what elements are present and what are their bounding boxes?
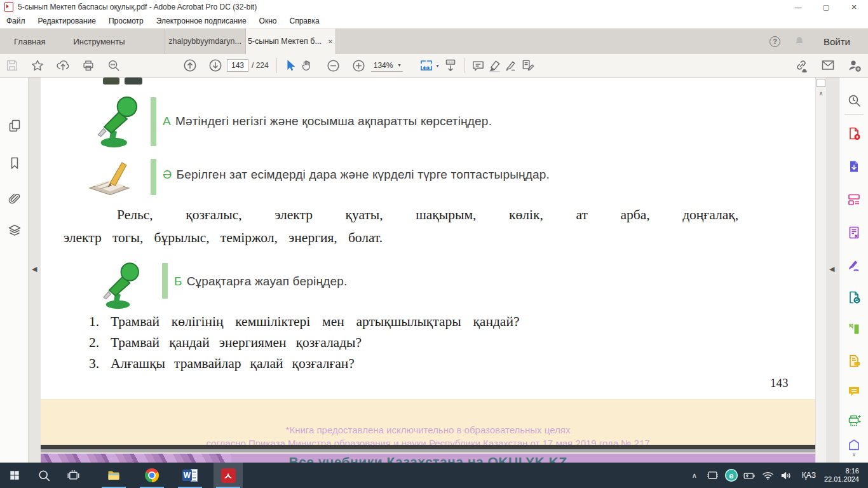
tab-document-active[interactable]: 5-сынып Мектеп б... ✕ (245, 29, 336, 54)
next-page-icon[interactable] (207, 57, 224, 74)
sign-pen-icon[interactable] (503, 57, 519, 74)
menu-file[interactable]: Файл (0, 14, 32, 28)
layers-icon[interactable] (7, 223, 22, 238)
fill-sign-icon[interactable] (519, 57, 536, 74)
page-number-input[interactable] (227, 59, 248, 72)
right-panel-collapse-icon[interactable]: ◀ (829, 266, 834, 273)
search-icon[interactable] (105, 57, 122, 74)
tray-volume-icon[interactable] (780, 469, 794, 482)
notifications-bell-icon[interactable] (793, 35, 806, 48)
taskbar-search-icon[interactable] (29, 463, 58, 488)
select-tool-icon[interactable] (282, 57, 299, 74)
question-2: 2.Трамвай қандай энергиямен қозғалады? (89, 335, 362, 351)
page-number: 143 (770, 376, 789, 390)
zoom-out-icon[interactable] (325, 57, 342, 74)
zoom-level-field[interactable]: 134% ▾ (371, 60, 403, 72)
more-tools-icon[interactable] (846, 437, 862, 452)
fill-sign-pen-icon[interactable] (846, 258, 862, 273)
menu-edit[interactable]: Редактирование (32, 14, 102, 28)
partial-icon-top-2 (125, 78, 142, 85)
help-icon[interactable]: ? (770, 36, 780, 47)
pdf-page: АМәтіндегі негізгі және қосымша ақпаратт… (41, 78, 815, 399)
tab-bar: Главная Инструменты zhalpybbyymdaryn... … (0, 29, 868, 54)
highlight-icon[interactable] (486, 57, 503, 74)
tab-home[interactable]: Главная (0, 29, 59, 54)
minimize-button[interactable]: — (784, 0, 812, 14)
more-tools-chevron-icon[interactable]: ∨ (839, 451, 868, 458)
task-a-text: АМәтіндегі негізгі және қосымша ақпаратт… (163, 114, 492, 128)
task-a2-bar (151, 159, 156, 195)
scrolling-mode-icon[interactable] (442, 57, 459, 74)
acrobat-button[interactable] (214, 463, 243, 488)
acrobat-window: 5-сынып Мектеп баспасы оқулық.pdf - Adob… (0, 0, 868, 488)
file-explorer-button[interactable] (99, 463, 128, 488)
task-b-bar (162, 263, 168, 299)
banner-text: Все учебники Казахстана на OKULYK.KZ (41, 454, 815, 463)
hand-tool-icon[interactable] (299, 57, 315, 74)
task-a-letter: А (163, 114, 171, 128)
microphone-icon-2 (94, 259, 145, 313)
save-icon[interactable] (4, 57, 20, 74)
zoom-in-icon[interactable] (351, 57, 367, 74)
clock-time: 8:16 (824, 467, 859, 475)
word-list-line1: Рельс, қозғалыс, электр қуаты, шақырым, … (64, 207, 738, 223)
tray-eset-icon[interactable]: e (724, 469, 738, 482)
tab-document-inactive[interactable]: zhalpybbyymdaryn... (165, 29, 245, 54)
organize-pages-icon[interactable] (846, 192, 862, 207)
previous-page-icon[interactable] (182, 57, 198, 74)
disclaimer-band: *Книга предоставлена исключительно в обр… (41, 399, 815, 445)
email-icon[interactable] (820, 57, 836, 74)
convert-pdf-icon[interactable] (846, 290, 862, 305)
menu-esign[interactable]: Электронное подписание (150, 14, 253, 28)
window-title: 5-сынып Мектеп баспасы оқулық.pdf - Adob… (18, 3, 257, 11)
chrome-icon (145, 468, 159, 482)
task-b-letter: Б (174, 274, 182, 288)
export-pdf-icon[interactable] (846, 159, 862, 174)
print-icon[interactable] (80, 57, 97, 74)
person-add-icon[interactable] (846, 57, 863, 74)
task-view-button[interactable] (58, 463, 88, 488)
task-a-bar (151, 97, 156, 146)
taskbar-clock[interactable]: 8:16 22.01.2024 (824, 467, 862, 484)
chrome-button[interactable] (137, 463, 166, 488)
edit-pdf-icon[interactable] (846, 225, 862, 240)
comment-icon[interactable] (470, 57, 486, 74)
disclaimer-line1: *Книга предоставлена исключительно в обр… (41, 423, 815, 437)
menu-window[interactable]: Окно (253, 14, 283, 28)
tray-wifi-icon[interactable] (761, 469, 775, 482)
comment-tool-icon[interactable] (846, 384, 862, 399)
tab-tools[interactable]: Инструменты (59, 29, 139, 54)
acrobat-icon (221, 468, 236, 483)
search-history-icon[interactable] (846, 93, 862, 108)
tray-battery-icon[interactable] (743, 469, 757, 482)
close-button[interactable]: ✕ (840, 0, 868, 14)
cloud-upload-icon[interactable] (55, 57, 71, 74)
scan-ocr-icon[interactable] (846, 413, 862, 428)
sign-in-button[interactable]: Войти (818, 36, 850, 47)
menu-view[interactable]: Просмотр (102, 14, 150, 28)
language-indicator[interactable]: ҚАЗ (798, 471, 820, 480)
title-bar: 5-сынып Мектеп баспасы оқулық.pdf - Adob… (0, 0, 868, 14)
scrollbar-thumb[interactable] (817, 79, 825, 87)
share-link-icon[interactable] (793, 57, 810, 74)
fit-width-icon[interactable] (418, 57, 435, 74)
request-signatures-icon[interactable] (846, 353, 862, 369)
attachments-paperclip-icon[interactable] (7, 191, 22, 207)
fit-width-dropdown-icon[interactable]: ▾ (436, 63, 438, 69)
page-thumbnails-icon[interactable] (7, 118, 22, 133)
tab-close-icon[interactable]: ✕ (328, 38, 333, 45)
create-pdf-icon[interactable] (846, 126, 862, 141)
bookmarks-icon[interactable] (7, 156, 22, 171)
zoom-dropdown-icon[interactable]: ▾ (398, 62, 400, 68)
tray-chevron-icon[interactable]: ∧ (688, 471, 702, 480)
star-icon[interactable] (29, 57, 46, 74)
crop-pages-icon[interactable] (846, 322, 862, 337)
scroll-up-icon[interactable]: ∧ (816, 90, 826, 97)
word-button[interactable]: W (175, 463, 205, 488)
maximize-button[interactable]: ▢ (812, 0, 840, 14)
tray-tablet-icon[interactable] (706, 470, 720, 482)
vertical-scrollbar[interactable]: ∧ (815, 78, 826, 463)
left-panel-collapse-icon[interactable]: ◀ (32, 266, 37, 273)
start-button[interactable] (0, 463, 29, 488)
menu-help[interactable]: Справка (283, 14, 326, 28)
